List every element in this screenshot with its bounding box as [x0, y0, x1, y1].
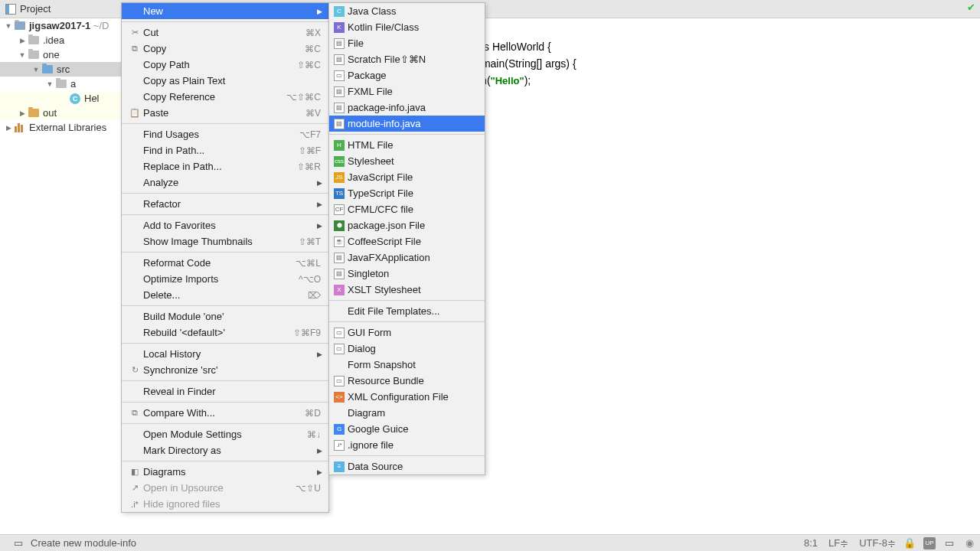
project-tree[interactable]: jigsaw2017-1 ~/D .ideaonesrcaCHeloutExte…: [0, 18, 122, 551]
menu-item-file[interactable]: ▤File: [329, 35, 485, 51]
collapse-icon[interactable]: [17, 51, 28, 59]
menu-item-form-snapshot[interactable]: Form Snapshot: [329, 357, 485, 373]
menu-item-reformat-code[interactable]: Reformat Code⌥⌘L: [122, 255, 328, 271]
menu-item-icon: <>: [334, 392, 348, 403]
menu-item-package[interactable]: ▭Package: [329, 67, 485, 83]
menu-item-label: package-info.java: [348, 102, 426, 113]
tree-node[interactable]: src: [0, 62, 122, 77]
menu-item-diagram[interactable]: Diagram: [329, 405, 485, 421]
menu-item-open-module-settings[interactable]: Open Module Settings⌘↓: [122, 426, 328, 442]
menu-item-java-class[interactable]: CJava Class: [329, 3, 485, 19]
menu-item-html-file[interactable]: HHTML File: [329, 137, 485, 153]
menu-item-optimize-imports[interactable]: Optimize Imports^⌥O: [122, 271, 328, 287]
menu-item-local-history[interactable]: Local History: [122, 346, 328, 362]
lock-icon[interactable]: 🔒: [903, 537, 916, 549]
menu-item-reveal-in-finder[interactable]: Reveal in Finder: [122, 383, 328, 399]
menu-item-new[interactable]: New: [122, 3, 328, 19]
menu-item-javafxapplication[interactable]: ▤JavaFXApplication: [329, 249, 485, 266]
menu-item-icon: ⧉: [128, 43, 142, 55]
menu-item-build-module-one[interactable]: Build Module 'one': [122, 308, 328, 324]
badge-icon[interactable]: UP: [923, 537, 936, 549]
menu-item-label: Mark Directory as: [143, 445, 321, 456]
tree-node[interactable]: CHel: [0, 91, 122, 106]
menu-item-xml-configuration-file[interactable]: <>XML Configuration File: [329, 389, 485, 405]
menu-item-singleton[interactable]: ▤Singleton: [329, 266, 485, 282]
caret-position[interactable]: 8:1: [804, 537, 818, 549]
menu-item-copy[interactable]: ⧉Copy⌘C: [122, 41, 328, 57]
menu-item-icon: [128, 220, 142, 232]
tree-root[interactable]: jigsaw2017-1 ~/D: [0, 18, 122, 33]
menu-item-gui-form[interactable]: ▭GUI Form: [329, 324, 485, 341]
tool-window-title: Project: [20, 3, 51, 15]
menu-item-resource-bundle[interactable]: ▭Resource Bundle: [329, 373, 485, 389]
menu-item-synchronize-src[interactable]: ↻Synchronize 'src': [122, 362, 328, 378]
encoding[interactable]: UTF-8≑: [859, 537, 896, 549]
context-menu: New✂Cut⌘X⧉Copy⌘CCopy Path⇧⌘CCopy as Plai…: [121, 2, 329, 513]
tree-node[interactable]: External Libraries: [0, 120, 122, 135]
expand-icon[interactable]: [3, 124, 14, 132]
menu-item-label: Add to Favorites: [143, 220, 321, 231]
menu-item-show-image-thumbnails[interactable]: Show Image Thumbnails⇧⌘T: [122, 233, 328, 249]
menu-item-copy-reference[interactable]: Copy Reference⌥⇧⌘C: [122, 89, 328, 105]
menu-item-cfml-cfc-file[interactable]: CFCFML/CFC file: [329, 201, 485, 217]
expand-icon[interactable]: [17, 37, 28, 44]
menu-item-compare-with[interactable]: ⧉Compare With...⌘D: [122, 405, 328, 421]
menu-item-label: Find in Path...: [143, 145, 299, 156]
menu-item-typescript-file[interactable]: TSTypeScript File: [329, 185, 485, 201]
menu-item-delete[interactable]: Delete...⌦: [122, 287, 328, 303]
menu-item-stylesheet[interactable]: cssStylesheet: [329, 153, 485, 169]
menu-item-fxml-file[interactable]: ▤FXML File: [329, 83, 485, 99]
tree-node[interactable]: .idea: [0, 33, 122, 47]
menu-item-package-json-file[interactable]: ⬢package.json File: [329, 217, 485, 233]
menu-item-analyze[interactable]: Analyze: [122, 174, 328, 191]
menu-item-icon: css: [334, 156, 348, 167]
menu-item-find-usages[interactable]: Find Usages⌥F7: [122, 126, 328, 142]
menu-item-refactor[interactable]: Refactor: [122, 196, 328, 212]
menu-item-scratch-file[interactable]: ▤Scratch File⇧⌘N: [329, 51, 485, 67]
menu-item-edit-file-templates[interactable]: Edit File Templates...: [329, 303, 485, 319]
menu-item-cut[interactable]: ✂Cut⌘X: [122, 24, 328, 41]
menu-item-coffeescript-file[interactable]: ☕CoffeeScript File: [329, 233, 485, 249]
person-icon[interactable]: ◉: [963, 537, 975, 549]
menu-item-data-source[interactable]: ≡Data Source: [329, 458, 485, 474]
menu-item-google-guice[interactable]: GGoogle Guice: [329, 421, 485, 437]
menu-item-label: Data Source: [348, 461, 403, 472]
menu-item-icon: C: [334, 6, 348, 17]
menu-item-javascript-file[interactable]: JSJavaScript File: [329, 169, 485, 185]
menu-item-ignore-file[interactable]: .i*.ignore file: [329, 437, 485, 453]
notifications-icon[interactable]: ▭: [943, 537, 956, 549]
tree-node[interactable]: one: [0, 47, 122, 62]
tree-node[interactable]: a: [0, 77, 122, 91]
menu-item-add-to-favorites[interactable]: Add to Favorites: [122, 217, 328, 233]
expand-icon[interactable]: [3, 22, 14, 30]
menu-item-find-in-path[interactable]: Find in Path...⇧⌘F: [122, 142, 328, 158]
menu-item-module-info-java[interactable]: ▤module-info.java: [329, 116, 485, 132]
menu-item-package-info-java[interactable]: ▤package-info.java: [329, 99, 485, 116]
menu-item-kotlin-file-class[interactable]: KKotlin File/Class: [329, 19, 485, 35]
status-icon[interactable]: ▭: [12, 537, 24, 549]
menu-item-copy-path[interactable]: Copy Path⇧⌘C: [122, 57, 328, 73]
menu-item-icon: .i*: [128, 498, 142, 510]
menu-item-shortcut: ⌥F7: [299, 129, 321, 140]
expand-icon[interactable]: [17, 109, 28, 117]
collapse-icon[interactable]: [44, 80, 55, 88]
menu-item-icon: K: [334, 22, 348, 33]
menu-item-rebuild-default[interactable]: Rebuild '<default>'⇧⌘F9: [122, 324, 328, 341]
menu-item-xslt-stylesheet[interactable]: XXSLT Stylesheet: [329, 282, 485, 298]
menu-item-copy-as-plain-text[interactable]: Copy as Plain Text: [122, 73, 328, 89]
menu-item-paste[interactable]: 📋Paste⌘V: [122, 105, 328, 121]
node-label: Hel: [84, 93, 100, 104]
tree-node[interactable]: out: [0, 106, 122, 120]
menu-item-icon: ▭: [334, 328, 348, 338]
menu-item-mark-directory-as[interactable]: Mark Directory as: [122, 442, 328, 458]
line-ending[interactable]: LF≑: [828, 537, 848, 549]
separator: [122, 214, 328, 215]
build-success-icon[interactable]: ✔: [967, 2, 975, 13]
menu-item-dialog[interactable]: ▭Dialog: [329, 341, 485, 357]
menu-item-label: JavaFXApplication: [348, 252, 430, 263]
menu-item-shortcut: ⌘↓: [307, 429, 321, 440]
menu-item-diagrams[interactable]: ◧Diagrams: [122, 464, 328, 480]
menu-item-icon: ✂: [128, 27, 142, 39]
collapse-icon[interactable]: [31, 66, 41, 73]
menu-item-replace-in-path[interactable]: Replace in Path...⇧⌘R: [122, 158, 328, 174]
